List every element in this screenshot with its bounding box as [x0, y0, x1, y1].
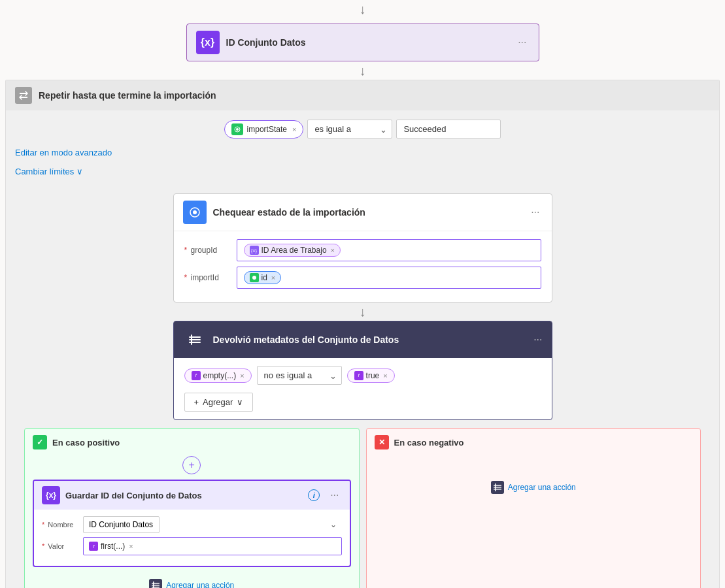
operator-select-wrapper: es igual a	[307, 120, 392, 139]
col-negative-header: ✕ En caso negativo	[375, 435, 693, 449]
cond-body: f empty(...) × no es igual a f	[174, 358, 552, 419]
add-action-positive[interactable]: Agregar una acción	[33, 574, 351, 588]
cond-operator-select[interactable]: no es igual a	[257, 366, 342, 385]
top-node-more-button[interactable]: ···	[515, 37, 529, 48]
svg-rect-13	[494, 485, 501, 486]
col-negative-title: En caso negativo	[394, 438, 464, 448]
spacer	[19, 420, 706, 428]
svg-rect-12	[153, 581, 154, 588]
svg-rect-15	[494, 489, 501, 490]
change-limits-link[interactable]: Cambiar límites ∨	[15, 163, 710, 180]
save-node-info[interactable]: i	[308, 489, 320, 501]
import-id-input[interactable]: id ×	[237, 267, 541, 289]
valor-input[interactable]: f first(...) ×	[83, 537, 342, 555]
valor-chip-icon: f	[89, 542, 98, 551]
condition-row: importState × es igual a Succeeded	[6, 110, 719, 141]
import-state-chip: importState ×	[224, 120, 304, 139]
add-action-negative[interactable]: Agregar una acción	[375, 476, 693, 499]
valor-label: * Valor	[42, 542, 78, 550]
func-icon-left: f	[192, 371, 201, 380]
true-chip: f true ×	[347, 368, 395, 383]
add-action-icon-positive	[149, 579, 162, 588]
cond-node-header: Devolvió metadatos del Conjunto de Datos…	[174, 321, 552, 358]
nombre-select-wrapper: ID Conjunto Datos	[83, 516, 342, 533]
svg-rect-8	[191, 335, 192, 345]
add-action-label-negative: Agregar una acción	[508, 483, 576, 492]
inner-arrow-1: ↓	[19, 302, 706, 321]
nombre-label: * Nombre	[42, 521, 78, 529]
cond-node-title: Devolvió metadatos del Conjunto de Datos	[213, 335, 528, 345]
col-positive-title: En caso positivo	[52, 438, 120, 448]
import-state-label: importState	[247, 125, 287, 134]
import-id-row: * importId id ×	[184, 267, 541, 289]
save-node-body: * Nombre ID Conjunto Datos	[34, 510, 350, 566]
valor-chip: f first(...) ×	[89, 542, 133, 551]
group-id-label: * groupId	[184, 246, 230, 255]
cond-node-more[interactable]: ···	[533, 334, 542, 346]
svg-rect-10	[152, 585, 160, 586]
condition-value[interactable]: Succeeded	[396, 120, 501, 139]
empty-chip-remove[interactable]: ×	[240, 372, 244, 380]
svg-point-3	[193, 210, 197, 214]
check-node-body: * groupId {x} ID Area de Trabajo ×	[174, 231, 552, 302]
repeat-inner: Chequear estado de la importación ··· * …	[6, 187, 719, 588]
two-col-section: ✓ En caso positivo + {x} Guardar ID del …	[24, 428, 701, 588]
edit-link-wrapper: Editar en modo avanzado	[6, 141, 719, 163]
mid-arrow: ↓	[0, 61, 725, 80]
import-state-remove[interactable]: ×	[292, 125, 296, 133]
svg-rect-7	[189, 342, 201, 343]
check-node-header: Chequear estado de la importación ···	[174, 194, 552, 231]
valor-row: * Valor f first(...) ×	[42, 537, 342, 555]
operator-select[interactable]: es igual a	[307, 120, 392, 139]
change-limits-wrapper: Cambiar límites ∨	[6, 163, 719, 187]
svg-rect-9	[152, 583, 160, 584]
cond-operator-wrapper: no es igual a	[257, 366, 342, 385]
empty-func-chip: f empty(...) ×	[184, 368, 252, 383]
import-id-chip-remove[interactable]: ×	[271, 274, 275, 282]
repeat-title: Repetir hasta que termine la importación	[39, 90, 216, 101]
repeat-section: Repetir hasta que termine la importación…	[5, 80, 720, 588]
group-id-input[interactable]: {x} ID Area de Trabajo ×	[237, 239, 541, 261]
cond-row: f empty(...) × no es igual a f	[184, 366, 541, 385]
add-action-icon-negative	[491, 481, 504, 494]
import-id-chip-icon	[250, 273, 259, 282]
add-positive-circle[interactable]: +	[182, 456, 201, 474]
chip-icon-green	[231, 123, 243, 135]
chevron-down-icon: ∨	[76, 167, 83, 176]
curly-braces-icon: {x}	[201, 37, 214, 48]
svg-rect-16	[495, 483, 496, 491]
import-id-label: * importId	[184, 273, 230, 282]
add-condition-button[interactable]: + Agregar ∨	[184, 393, 254, 412]
top-node-title: ID Conjunto Datos	[226, 37, 344, 48]
node-icon-purple: {x}	[196, 31, 220, 54]
add-action-label-positive: Agregar una acción	[166, 581, 234, 588]
check-node: Chequear estado de la importación ··· * …	[173, 193, 552, 302]
col-positive: ✓ En caso positivo + {x} Guardar ID del …	[24, 428, 360, 588]
id-conjunto-datos-node: {x} ID Conjunto Datos ···	[186, 24, 539, 61]
col-positive-header: ✓ En caso positivo	[33, 435, 351, 449]
import-id-chip: id ×	[244, 271, 282, 284]
save-node-header: {x} Guardar ID del Conjunto de Datos i ·…	[34, 481, 350, 510]
canvas: ↓ {x} ID Conjunto Datos ··· ↓ Repetir ha…	[0, 0, 725, 588]
valor-chip-remove[interactable]: ×	[129, 542, 133, 550]
save-node: {x} Guardar ID del Conjunto de Datos i ·…	[33, 480, 351, 567]
nombre-row: * Nombre ID Conjunto Datos	[42, 516, 342, 533]
group-id-row: * groupId {x} ID Area de Trabajo ×	[184, 239, 541, 261]
svg-point-1	[236, 128, 239, 131]
save-node-more[interactable]: ···	[328, 489, 341, 501]
repeat-header: Repetir hasta que termine la importación	[6, 80, 719, 110]
true-chip-remove[interactable]: ×	[383, 372, 387, 380]
check-node-icon	[183, 201, 207, 224]
repeat-icon	[15, 87, 32, 104]
edit-advanced-link[interactable]: Editar en modo avanzado	[15, 144, 121, 161]
positive-icon: ✓	[33, 435, 47, 449]
negative-icon: ✕	[375, 435, 389, 449]
nombre-select[interactable]: ID Conjunto Datos	[83, 516, 160, 533]
save-node-icon: {x}	[42, 486, 60, 504]
add-button-wrapper: + Agregar ∨	[184, 390, 541, 412]
svg-rect-14	[494, 487, 501, 488]
group-id-chip-remove[interactable]: ×	[331, 246, 335, 254]
svg-rect-5	[189, 336, 201, 338]
check-node-more[interactable]: ···	[528, 206, 542, 218]
svg-point-4	[252, 276, 256, 280]
